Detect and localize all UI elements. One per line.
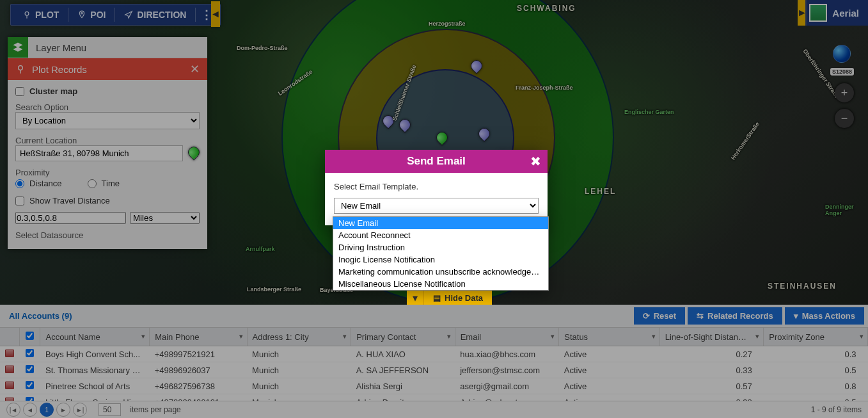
dropdown-option[interactable]: Driving Instruction <box>333 241 548 253</box>
hide-data-toggle[interactable]: ▾ ▤Hide Data <box>407 289 492 306</box>
close-icon[interactable]: ✖ <box>530 154 541 169</box>
chevron-down-icon: ▾ <box>407 289 423 306</box>
dropdown-option[interactable]: Inogic License Notification <box>333 253 548 266</box>
table-icon: ▤ <box>433 293 441 303</box>
dropdown-option[interactable]: Miscellaneous License Notification <box>333 278 548 290</box>
email-template-select[interactable]: New Email <box>334 198 539 214</box>
modal-title: Send Email <box>407 155 466 168</box>
modal-header: Send Email ✖ <box>325 150 548 173</box>
email-template-dropdown: New Email Account Reconnect Driving Inst… <box>333 216 549 291</box>
modal-prompt: Select Email Template. <box>334 182 539 191</box>
modal-backdrop-lower <box>0 305 868 418</box>
send-email-modal: Send Email ✖ Select Email Template. New … <box>325 150 548 225</box>
dropdown-option[interactable]: Marketing communication unsubscribe ackn… <box>333 266 548 278</box>
dropdown-option[interactable]: New Email <box>333 217 548 229</box>
hide-data-label: Hide Data <box>445 293 483 303</box>
dropdown-option[interactable]: Account Reconnect <box>333 229 548 241</box>
